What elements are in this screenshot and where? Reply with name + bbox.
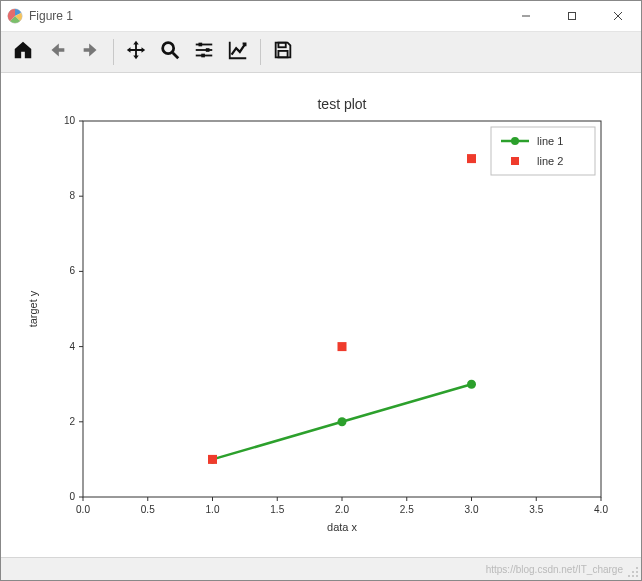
svg-text:4: 4 — [69, 341, 75, 352]
zoom-button[interactable] — [154, 36, 186, 68]
matplotlib-app-icon — [7, 8, 23, 24]
titlebar-left: Figure 1 — [7, 8, 73, 24]
svg-text:4.0: 4.0 — [594, 504, 608, 515]
svg-text:10: 10 — [64, 115, 76, 126]
toolbar — [1, 32, 641, 73]
svg-text:line 1: line 1 — [537, 135, 563, 147]
svg-text:2.0: 2.0 — [335, 504, 349, 515]
svg-rect-10 — [206, 48, 210, 52]
svg-point-57 — [511, 137, 519, 145]
svg-rect-13 — [278, 43, 285, 48]
svg-point-64 — [628, 575, 630, 577]
svg-point-50 — [338, 417, 347, 426]
arrow-right-icon — [80, 39, 102, 65]
svg-text:0.0: 0.0 — [76, 504, 90, 515]
svg-point-66 — [636, 575, 638, 577]
home-icon — [12, 39, 34, 65]
svg-text:2.5: 2.5 — [400, 504, 414, 515]
sliders-icon — [193, 39, 215, 65]
svg-rect-14 — [278, 51, 287, 57]
plot-area[interactable]: 0.00.51.01.52.02.53.03.54.00246810test p… — [1, 73, 641, 557]
svg-text:2: 2 — [69, 416, 75, 427]
svg-rect-12 — [201, 54, 205, 58]
arrow-left-icon — [46, 39, 68, 65]
figure-window: Figure 1 — [0, 0, 642, 581]
maximize-button[interactable] — [549, 1, 595, 31]
watermark-text: https://blog.csdn.net/IT_charge — [486, 564, 623, 575]
edit-axis-button[interactable] — [222, 36, 254, 68]
chart-line-icon — [227, 39, 249, 65]
forward-button[interactable] — [75, 36, 107, 68]
save-button[interactable] — [267, 36, 299, 68]
svg-rect-2 — [569, 13, 576, 20]
window-buttons — [503, 1, 641, 31]
svg-rect-15 — [83, 121, 601, 497]
svg-point-65 — [632, 575, 634, 577]
svg-text:test plot: test plot — [317, 96, 366, 112]
svg-point-61 — [636, 567, 638, 569]
move-icon — [125, 39, 147, 65]
svg-point-5 — [163, 43, 174, 54]
resize-grip-icon[interactable] — [627, 566, 639, 578]
svg-rect-8 — [199, 43, 203, 47]
svg-rect-52 — [208, 455, 217, 464]
svg-rect-54 — [467, 154, 476, 163]
svg-point-51 — [467, 380, 476, 389]
home-button[interactable] — [7, 36, 39, 68]
titlebar: Figure 1 — [1, 1, 641, 32]
svg-text:6: 6 — [69, 265, 75, 276]
svg-text:0.5: 0.5 — [141, 504, 155, 515]
svg-text:1.5: 1.5 — [270, 504, 284, 515]
search-icon — [159, 39, 181, 65]
toolbar-separator — [113, 39, 114, 65]
plot-svg: 0.00.51.01.52.02.53.03.54.00246810test p… — [1, 73, 641, 557]
svg-text:1.0: 1.0 — [206, 504, 220, 515]
window-title: Figure 1 — [29, 9, 73, 23]
svg-point-63 — [636, 571, 638, 573]
svg-text:target y: target y — [27, 290, 39, 327]
statusbar: https://blog.csdn.net/IT_charge — [1, 557, 641, 580]
svg-text:3.5: 3.5 — [529, 504, 543, 515]
back-button[interactable] — [41, 36, 73, 68]
save-icon — [272, 39, 294, 65]
toolbar-separator — [260, 39, 261, 65]
configure-subplots-button[interactable] — [188, 36, 220, 68]
minimize-button[interactable] — [503, 1, 549, 31]
svg-text:3.0: 3.0 — [465, 504, 479, 515]
svg-point-62 — [632, 571, 634, 573]
svg-line-6 — [173, 53, 179, 59]
svg-rect-59 — [511, 157, 519, 165]
svg-text:data x: data x — [327, 521, 357, 533]
pan-button[interactable] — [120, 36, 152, 68]
svg-text:8: 8 — [69, 190, 75, 201]
close-button[interactable] — [595, 1, 641, 31]
svg-text:0: 0 — [69, 491, 75, 502]
svg-rect-53 — [338, 342, 347, 351]
svg-text:line 2: line 2 — [537, 155, 563, 167]
